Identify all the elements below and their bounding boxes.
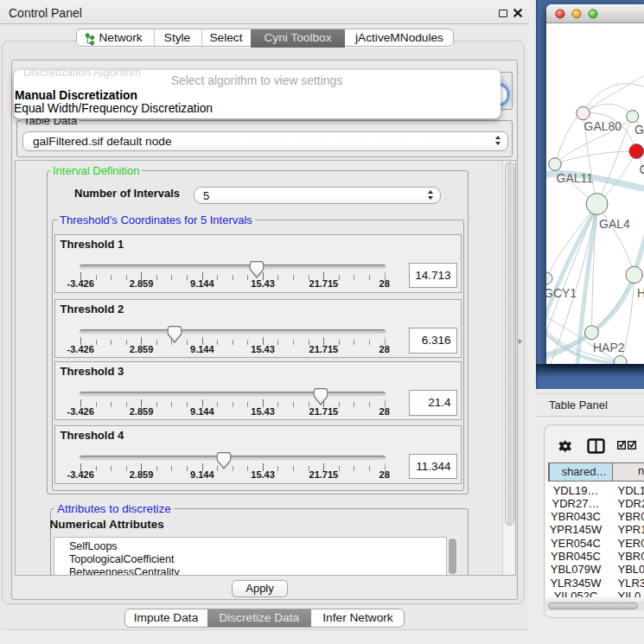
svg-text:GAL4: GAL4: [599, 217, 630, 231]
svg-text:GAL80: GAL80: [584, 119, 622, 133]
svg-text:GA: GA: [634, 123, 644, 137]
svg-text:GCY1: GCY1: [546, 286, 577, 300]
svg-text:GAL11: GAL11: [557, 171, 594, 185]
svg-text:C: C: [639, 163, 644, 176]
svg-text:HI: HI: [637, 286, 644, 300]
svg-text:HAP2: HAP2: [593, 341, 625, 354]
